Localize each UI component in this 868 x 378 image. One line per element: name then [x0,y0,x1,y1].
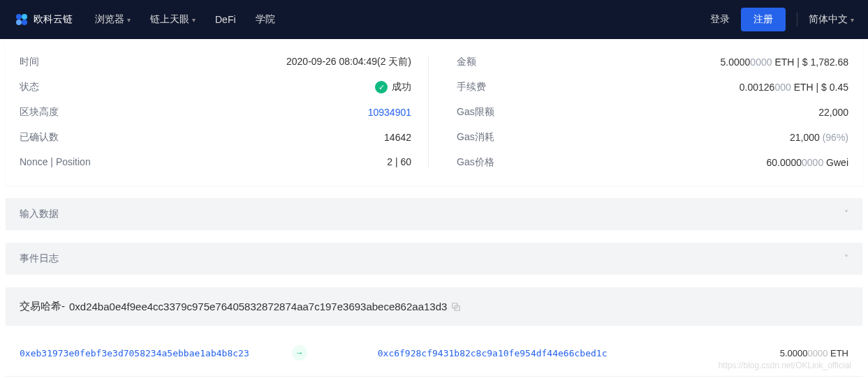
row-gas-price: Gas价格 60.00000000 Gwei [457,156,848,169]
tx-hash-label: 交易哈希- [20,300,65,313]
divider [797,13,797,27]
block-height-value[interactable]: 10934901 [368,107,411,118]
svg-point-0 [16,14,22,20]
tx-hash-value: 0xd24ba0e4f9ee4cc3379c975e76405832872874… [69,301,447,312]
fee-label: 手续费 [457,81,486,93]
check-circle-icon: ✓ [375,81,388,93]
row-block-height: 区块高度10934901 [20,106,411,119]
watermark: https://blog.csdn.net/OKLink_official [718,361,851,370]
confirmations-value: 14642 [384,132,411,143]
chevron-down-icon: ▾ [851,16,854,24]
block-height-label: 区块高度 [20,106,59,119]
nonce-position-label: Nonce | Position [20,156,91,167]
details-right-col: 金额 5.00000000 ETH | $ 1,782.68 手续费 0.001… [457,56,848,169]
nav-right: 登录 注册 简体中文▾ [710,8,854,31]
time-label: 时间 [20,56,39,68]
gas-limit-value: 22,000 [818,107,848,118]
gas-price-label: Gas价格 [457,156,494,169]
copy-icon[interactable] [451,302,461,312]
gas-used-value: 21,000 (96%) [790,132,848,143]
svg-point-1 [22,14,27,20]
status-value: ✓成功 [375,81,411,93]
event-logs-header[interactable]: 事件日志 ˅ [6,243,862,275]
gas-limit-label: Gas限额 [457,106,494,119]
to-address[interactable]: 0xc6f928cf9431b82c8c9a10fe954df44e66cbed… [378,348,608,358]
transfer-amount: 5.00000000 ETH [615,348,848,358]
time-value: 2020-09-26 08:04:49(2 天前) [286,56,411,68]
input-data-accordion: 输入数据 ˅ [6,198,862,230]
tx-transfer-row: 0xeb31973e0febf3e3d7058234a5ebbae1ab4b8c… [6,326,862,377]
tx-hash-section: 交易哈希-0xd24ba0e4f9ee4cc3379c975e764058328… [6,287,862,377]
fee-value: 0.00126000 ETH | $ 0.45 [740,82,848,93]
input-data-title: 输入数据 [20,208,59,220]
status-label: 状态 [20,81,39,93]
tx-details-card: 时间2020-09-26 08:04:49(2 天前) 状态 ✓成功 区块高度1… [6,39,862,186]
event-logs-title: 事件日志 [20,252,59,265]
logo[interactable]: 欧科云链 [14,12,73,27]
chevron-down-icon: ˅ [844,209,848,219]
from-address[interactable]: 0xeb31973e0febf3e3d7058234a5ebbae1ab4b8c… [20,348,249,358]
event-logs-accordion: 事件日志 ˅ [6,243,862,275]
amount-value: 5.00000000 ETH | $ 1,782.68 [721,56,848,68]
nav-chain-eye[interactable]: 链上天眼▾ [150,13,196,26]
tx-hash-header: 交易哈希-0xd24ba0e4f9ee4cc3379c975e764058328… [6,287,862,326]
details-left-col: 时间2020-09-26 08:04:49(2 天前) 状态 ✓成功 区块高度1… [20,56,429,169]
arrow-cell: → [258,345,341,361]
nav-academy[interactable]: 学院 [256,13,275,26]
register-button[interactable]: 注册 [741,8,786,31]
amount-label: 金额 [457,56,476,68]
chevron-down-icon: ˅ [844,254,848,264]
row-status: 状态 ✓成功 [20,81,411,93]
row-confirmations: 已确认数14642 [20,131,411,144]
confirmations-label: 已确认数 [20,131,59,144]
nonce-position-value: 2 | 60 [387,156,411,167]
row-gas-used: Gas消耗 21,000 (96%) [457,131,848,144]
row-amount: 金额 5.00000000 ETH | $ 1,782.68 [457,56,848,68]
arrow-right-icon: → [292,345,307,361]
row-nonce-position: Nonce | Position2 | 60 [20,156,411,167]
language-selector[interactable]: 简体中文▾ [809,13,854,26]
svg-point-2 [16,20,22,25]
gas-price-value: 60.00000000 Gwei [766,157,848,168]
row-time: 时间2020-09-26 08:04:49(2 天前) [20,56,411,68]
brand-text: 欧科云链 [34,13,73,26]
input-data-header[interactable]: 输入数据 ˅ [6,198,862,230]
login-link[interactable]: 登录 [710,13,730,26]
nav-browser[interactable]: 浏览器▾ [95,13,131,26]
nav-items: 浏览器▾ 链上天眼▾ DeFi 学院 [95,13,710,26]
navbar: 欧科云链 浏览器▾ 链上天眼▾ DeFi 学院 登录 注册 简体中文▾ [0,0,868,39]
gas-used-label: Gas消耗 [457,131,494,144]
row-fee: 手续费 0.00126000 ETH | $ 0.45 [457,81,848,93]
chevron-down-icon: ▾ [127,16,131,24]
chevron-down-icon: ▾ [192,16,196,24]
nav-defi[interactable]: DeFi [215,13,236,26]
logo-icon [14,12,29,27]
row-gas-limit: Gas限额22,000 [457,106,848,119]
svg-point-3 [22,20,27,25]
